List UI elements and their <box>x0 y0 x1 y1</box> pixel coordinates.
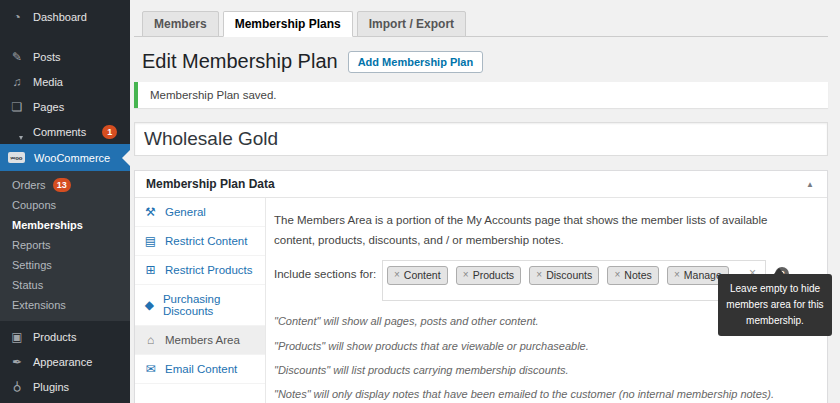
orders-count-badge: 13 <box>53 178 71 192</box>
comments-count-badge: 1 <box>102 125 117 139</box>
tab-email-content[interactable]: Email Content <box>135 355 265 384</box>
submenu-item-extensions[interactable]: Extensions <box>0 295 130 315</box>
metabox-title: Membership Plan Data <box>146 177 275 191</box>
tag-icon <box>144 299 155 311</box>
wrench-icon <box>144 206 157 218</box>
tab-restrict-products[interactable]: Restrict Products <box>135 256 265 285</box>
remove-tag-icon[interactable]: × <box>614 270 620 280</box>
tag-label: Products <box>473 269 514 281</box>
tab-membership-plans[interactable]: Membership Plans <box>223 11 353 37</box>
submenu-item-memberships[interactable]: Memberships <box>0 215 130 235</box>
page-title: Edit Membership Plan <box>142 50 338 73</box>
notice-text: Membership Plan saved. <box>150 89 277 101</box>
members-area-panel: The Members Area is a portion of the My … <box>266 198 827 403</box>
section-tag-notes[interactable]: × Notes <box>607 266 658 285</box>
tab-import-export[interactable]: Import / Export <box>357 11 466 37</box>
sidebar-item-label: Plugins <box>33 381 69 393</box>
tag-label: Notes <box>624 269 651 281</box>
sections-multiselect[interactable]: × Content × Products × Discounts × <box>382 260 766 301</box>
tab-members-area[interactable]: Members Area <box>135 326 265 355</box>
submenu-item-status[interactable]: Status <box>0 275 130 295</box>
submenu-item-label: Settings <box>12 259 52 271</box>
tag-label: Discounts <box>546 269 592 281</box>
tab-label: Restrict Content <box>165 235 247 247</box>
sidebar-item-plugins[interactable]: Plugins <box>0 374 130 399</box>
submenu-item-label: Coupons <box>12 199 56 211</box>
plan-data-tabs: General Restrict Content Restrict Produc… <box>135 198 266 403</box>
tab-label: Email Content <box>165 363 237 375</box>
include-sections-label: Include sections for: <box>274 260 382 280</box>
submenu-item-label: Orders <box>12 179 46 191</box>
section-tag-discounts[interactable]: × Discounts <box>529 266 599 285</box>
sidebar-item-label: Appearance <box>33 356 92 368</box>
sidebar-item-comments[interactable]: Comments 1 <box>0 119 130 144</box>
sidebar-item-woocommerce[interactable]: WooCommerce <box>0 144 130 171</box>
collapse-toggle-icon[interactable] <box>804 180 816 189</box>
email-icon <box>144 363 157 375</box>
tab-general[interactable]: General <box>135 198 265 227</box>
sidebar-item-label: Media <box>33 76 63 88</box>
remove-tag-icon[interactable]: × <box>536 270 542 280</box>
metabox-header: Membership Plan Data <box>135 171 827 198</box>
sidebar-item-label: Pages <box>33 101 64 113</box>
submenu-item-label: Extensions <box>12 299 66 311</box>
submenu-item-orders[interactable]: Orders 13 <box>0 175 130 195</box>
plug-icon <box>10 381 24 393</box>
plan-title-input[interactable] <box>134 122 828 156</box>
section-tag-products[interactable]: × Products <box>456 266 521 285</box>
tab-members[interactable]: Members <box>142 11 219 37</box>
hint-discounts: "Discounts" will list products carrying … <box>274 363 815 378</box>
sidebar-item-label: Products <box>33 331 76 343</box>
sidebar-item-dashboard[interactable]: Dashboard <box>0 4 130 29</box>
submenu-item-settings[interactable]: Settings <box>0 255 130 275</box>
sidebar-item-appearance[interactable]: Appearance <box>0 349 130 374</box>
pages-icon <box>10 101 24 113</box>
sidebar-item-label: Comments <box>33 126 86 138</box>
section-tag-content[interactable]: × Content <box>387 266 448 285</box>
sidebar-item-products[interactable]: Products <box>0 324 130 349</box>
submenu-item-label: Status <box>12 279 43 291</box>
remove-tag-icon[interactable]: × <box>674 270 680 280</box>
hint-products: "Products" will show products that are v… <box>274 339 815 354</box>
sidebar-item-label: WooCommerce <box>34 152 110 164</box>
plugin-nav-tabs: Members Membership Plans Import / Export <box>134 8 828 37</box>
membership-plan-data-metabox: Membership Plan Data General Restrict Co… <box>134 170 828 403</box>
sidebar-item-users[interactable]: Users <box>0 399 130 403</box>
cart-icon <box>144 264 157 276</box>
document-icon <box>144 235 157 247</box>
comment-bubble-icon <box>10 126 24 138</box>
sidebar-item-posts[interactable]: Posts <box>0 44 130 69</box>
submenu-item-reports[interactable]: Reports <box>0 235 130 255</box>
package-icon <box>10 331 24 343</box>
tab-label: Purchasing Discounts <box>163 293 256 317</box>
tag-label: Manage <box>684 269 722 281</box>
pin-icon <box>10 51 24 63</box>
submenu-item-label: Reports <box>12 239 51 251</box>
members-area-description: The Members Area is a portion of the My … <box>274 210 779 250</box>
help-tooltip: Leave empty to hide members area for thi… <box>718 274 832 336</box>
sidebar-item-media[interactable]: Media <box>0 69 130 94</box>
sidebar-item-label: Dashboard <box>33 11 87 23</box>
hint-notes: "Notes" will only display notes that hav… <box>274 387 815 402</box>
tab-label: General <box>165 206 206 218</box>
tab-purchasing-discounts[interactable]: Purchasing Discounts <box>135 285 265 326</box>
sidebar-item-label: Posts <box>33 51 61 63</box>
dashboard-icon <box>10 11 24 23</box>
success-notice: Membership Plan saved. <box>134 82 828 108</box>
submenu-item-coupons[interactable]: Coupons <box>0 195 130 215</box>
admin-content: Members Membership Plans Import / Export… <box>130 0 840 403</box>
metabox-body: General Restrict Content Restrict Produc… <box>135 198 827 403</box>
woocommerce-icon <box>8 152 25 163</box>
tab-label: Restrict Products <box>165 264 253 276</box>
remove-tag-icon[interactable]: × <box>394 270 400 280</box>
tab-restrict-content[interactable]: Restrict Content <box>135 227 265 256</box>
add-membership-plan-button[interactable]: Add Membership Plan <box>348 51 484 73</box>
sidebar-item-pages[interactable]: Pages <box>0 94 130 119</box>
remove-tag-icon[interactable]: × <box>463 270 469 280</box>
submenu-item-label: Memberships <box>12 219 83 231</box>
home-icon <box>144 334 157 346</box>
menu-separator <box>0 29 130 44</box>
woocommerce-submenu: Orders 13 Coupons Memberships Reports Se… <box>0 171 130 321</box>
page-header: Edit Membership Plan Add Membership Plan <box>142 50 828 73</box>
media-icon <box>10 76 24 88</box>
